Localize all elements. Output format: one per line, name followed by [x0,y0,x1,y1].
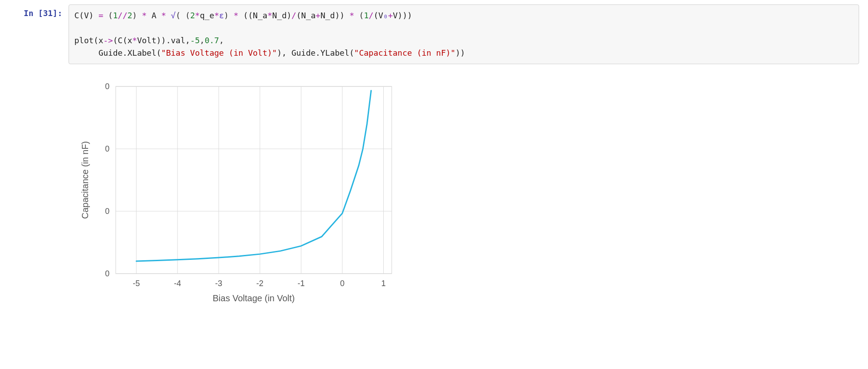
svg-text:-2: -2 [256,279,264,288]
notebook-cell: In [31]: C(V) = (1//2) * A * √( (2*q_e*ε… [0,0,868,64]
svg-text:0: 0 [105,207,110,216]
svg-text:Capacitance (in nF): Capacitance (in nF) [80,141,90,219]
svg-text:0: 0 [105,82,110,91]
svg-text:-1: -1 [297,279,304,288]
svg-rect-0 [116,86,392,274]
capacitance-chart: -5-4-3-2-1010000Bias Voltage (in Volt)Ca… [71,78,410,309]
svg-text:0: 0 [340,279,345,288]
svg-text:1: 1 [381,279,385,288]
svg-text:0: 0 [105,269,110,278]
plot-output: -5-4-3-2-1010000Bias Voltage (in Volt)Ca… [71,78,868,311]
svg-text:Bias Voltage (in Volt): Bias Voltage (in Volt) [213,293,295,303]
svg-text:-3: -3 [215,279,222,288]
svg-text:-4: -4 [174,279,181,288]
svg-text:0: 0 [105,144,110,153]
svg-text:-5: -5 [133,279,140,288]
code-content: C(V) = (1//2) * A * √( (2*q_e*ε) * ((N_a… [74,9,853,59]
input-prompt: In [31]: [9,4,69,18]
code-input-area[interactable]: C(V) = (1//2) * A * √( (2*q_e*ε) * ((N_a… [69,4,859,64]
